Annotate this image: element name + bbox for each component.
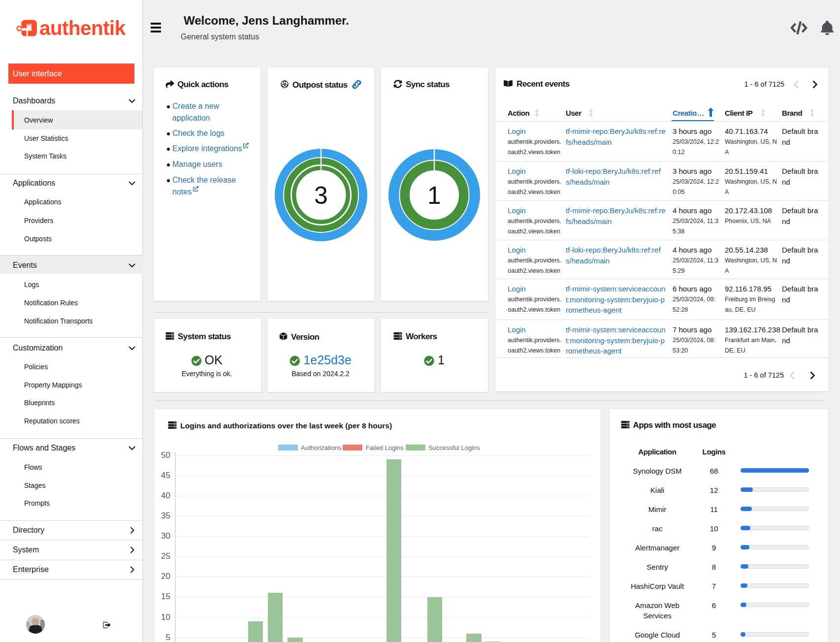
- svg-text:3: 3: [314, 182, 328, 209]
- svg-text:1: 1: [427, 182, 441, 209]
- svg-text:authentik: authentik: [39, 17, 126, 39]
